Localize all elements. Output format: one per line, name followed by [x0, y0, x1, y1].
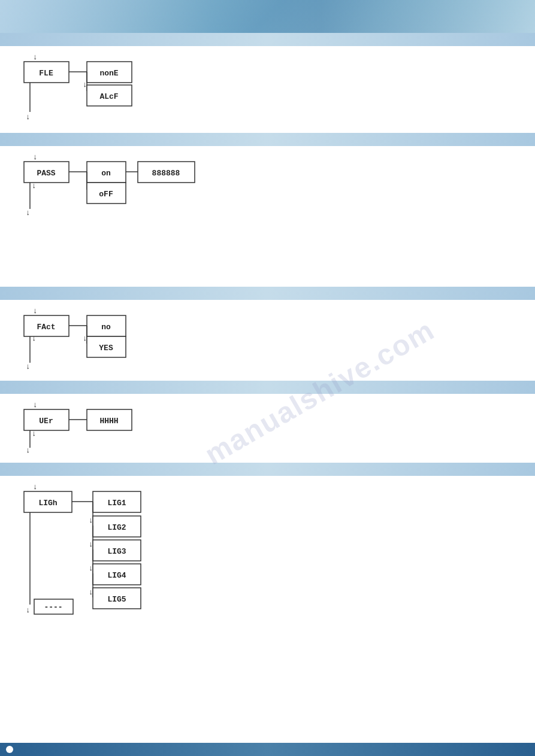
lig3-label: LIG3	[107, 547, 126, 556]
pass-main-label: PASS	[37, 169, 55, 178]
fact-diagram: ↓ FAct ↓ ↓ no ↓ Y	[9, 306, 201, 372]
fact-bottom-arrow: ↓	[26, 362, 31, 371]
no-label: no	[101, 323, 111, 332]
ver-diagram-area: ↓ UEr ↓ ↓ HHHH	[0, 394, 535, 463]
lig4-label: LIG4	[107, 571, 126, 580]
pass-bottom-arrow: ↓	[26, 208, 31, 217]
fact-main-label: FAct	[37, 323, 55, 332]
ver-main-label: UEr	[39, 417, 53, 426]
off-label: oFF	[99, 190, 113, 199]
pass-top-arrow: ↓	[33, 153, 38, 162]
ligh-diagram: ↓ LIGh ↓ ---- LIG1 ↓	[9, 482, 219, 620]
fle-main-label: FLE	[39, 69, 53, 78]
ligh-main-label: LIGh	[38, 499, 57, 508]
section-bar-pass	[0, 133, 535, 146]
lig5-label: LIG5	[107, 595, 126, 604]
pass-sub-arrow: ↓	[32, 181, 37, 190]
ligh-bottom-label: ----	[44, 603, 62, 612]
ligh-diagram-area: ↓ LIGh ↓ ---- LIG1 ↓	[0, 476, 535, 629]
pass-section: ↓ PASS ↓ ↓ on 888888	[0, 133, 535, 227]
lig2-label: LIG2	[107, 523, 126, 532]
on-label: on	[101, 169, 111, 178]
lig1-label: LIG1	[107, 499, 126, 508]
ligh-section: ↓ LIGh ↓ ---- LIG1 ↓	[0, 463, 535, 629]
ver-sub-arrow: ↓	[32, 429, 37, 438]
ligh-top-arrow: ↓	[33, 482, 38, 491]
pass-diagram: ↓ PASS ↓ ↓ on 888888	[9, 152, 249, 218]
section-bar-ver	[0, 381, 535, 394]
fle-top-arrow: ↓	[33, 53, 38, 62]
hhhh-label: HHHH	[99, 417, 118, 426]
ver-section: ↓ UEr ↓ ↓ HHHH	[0, 381, 535, 463]
footer-dot	[6, 746, 13, 753]
fle-diagram-area: ↓ FLE ↓ nonE ↓ A	[0, 46, 535, 133]
spacer-1	[0, 227, 535, 287]
fle-section: ↓ FLE ↓ nonE ↓ A	[0, 33, 535, 133]
fact-diagram-area: ↓ FAct ↓ ↓ no ↓ Y	[0, 300, 535, 381]
pass-888-label: 888888	[152, 169, 180, 178]
header-banner	[0, 0, 535, 33]
section-bar-fact	[0, 287, 535, 300]
section-bar-fle	[0, 33, 535, 46]
section-bar-ligh	[0, 463, 535, 476]
none-label: nonE	[99, 69, 118, 78]
ver-bottom-arrow: ↓	[26, 446, 31, 454]
fle-diagram: ↓ FLE ↓ nonE ↓ A	[9, 52, 201, 124]
fact-top-arrow: ↓	[33, 306, 38, 315]
ligh-bottom-arrow: ↓	[26, 606, 31, 615]
alcf-label: ALcF	[99, 92, 118, 101]
fle-bottom-arrow: ↓	[26, 113, 31, 122]
bottom-spacer	[0, 629, 535, 676]
pass-diagram-area: ↓ PASS ↓ ↓ on 888888	[0, 146, 535, 227]
footer-bar	[0, 743, 535, 756]
ver-diagram: ↓ UEr ↓ ↓ HHHH	[9, 400, 189, 454]
fact-section: ↓ FAct ↓ ↓ no ↓ Y	[0, 287, 535, 381]
ver-top-arrow: ↓	[33, 400, 38, 409]
fact-sub-arrow: ↓	[32, 334, 37, 343]
yes-label: YES	[99, 344, 113, 353]
